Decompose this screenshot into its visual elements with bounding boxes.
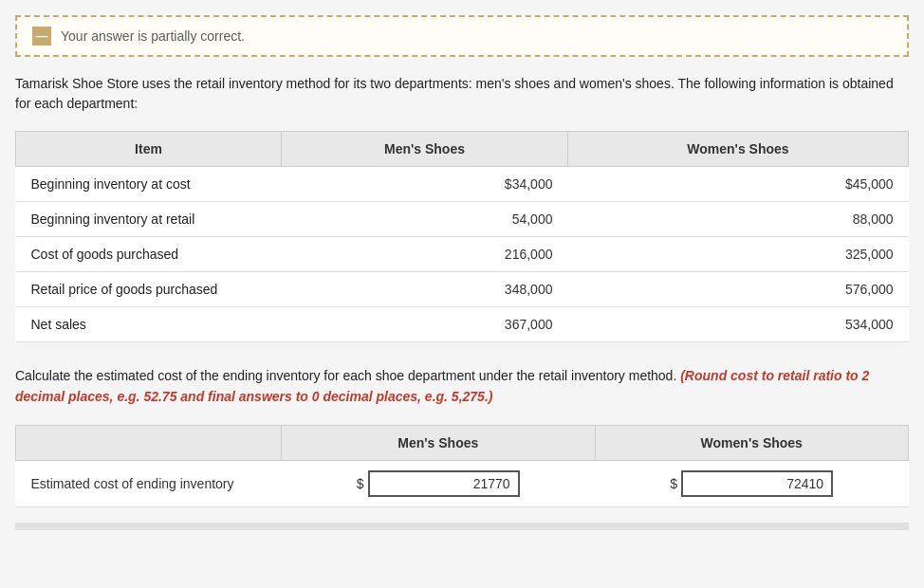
womens-input-group: $ xyxy=(670,470,833,497)
alert-message: Your answer is partially correct. xyxy=(61,28,245,44)
col-header-womens: Women's Shoes xyxy=(567,132,908,167)
table-cell-item: Beginning inventory at retail xyxy=(16,202,282,237)
table-cell-mens: 348,000 xyxy=(282,272,568,307)
col-header-mens: Men's Shoes xyxy=(282,132,568,167)
mens-input-cell: $ xyxy=(282,460,596,506)
answer-col-womens: Women's Shoes xyxy=(595,425,909,460)
instruction-block: Calculate the estimated cost of the endi… xyxy=(15,365,909,408)
alert-icon: — xyxy=(32,27,51,46)
answer-row-label: Estimated cost of ending inventory xyxy=(16,460,282,506)
table-cell-item: Cost of goods purchased xyxy=(16,237,282,272)
bottom-bar xyxy=(15,523,909,530)
alert-box: — Your answer is partially correct. xyxy=(15,15,909,57)
table-cell-item: Retail price of goods purchased xyxy=(16,272,282,307)
table-cell-womens: 325,000 xyxy=(567,237,908,272)
description-text: Tamarisk Shoe Store uses the retail inve… xyxy=(15,74,909,114)
answer-col-mens: Men's Shoes xyxy=(282,425,596,460)
table-cell-womens: 576,000 xyxy=(567,272,908,307)
womens-input-cell: $ xyxy=(595,460,909,506)
table-row: Net sales367,000534,000 xyxy=(16,307,909,342)
mens-input-group: $ xyxy=(357,470,520,497)
table-row: Beginning inventory at cost$34,000$45,00… xyxy=(16,167,909,202)
col-header-item: Item xyxy=(16,132,282,167)
table-row: Cost of goods purchased216,000325,000 xyxy=(16,237,909,272)
womens-answer-input[interactable] xyxy=(681,470,833,497)
table-cell-mens: 216,000 xyxy=(282,237,568,272)
table-cell-mens: $34,000 xyxy=(282,167,568,202)
table-cell-womens: 534,000 xyxy=(567,307,908,342)
table-cell-womens: $45,000 xyxy=(567,167,908,202)
table-cell-womens: 88,000 xyxy=(567,202,908,237)
data-table: Item Men's Shoes Women's Shoes Beginning… xyxy=(15,131,909,342)
table-cell-item: Beginning inventory at cost xyxy=(16,167,282,202)
womens-dollar-sign: $ xyxy=(670,476,677,491)
answer-col-label xyxy=(16,425,282,460)
table-row: Beginning inventory at retail54,00088,00… xyxy=(16,202,909,237)
table-cell-item: Net sales xyxy=(16,307,282,342)
mens-answer-input[interactable] xyxy=(368,470,520,497)
mens-dollar-sign: $ xyxy=(357,476,364,491)
table-cell-mens: 54,000 xyxy=(282,202,568,237)
table-row: Retail price of goods purchased348,00057… xyxy=(16,272,909,307)
answer-row: Estimated cost of ending inventory $ $ xyxy=(16,460,909,506)
table-cell-mens: 367,000 xyxy=(282,307,568,342)
answer-table: Men's Shoes Women's Shoes Estimated cost… xyxy=(15,425,909,507)
instruction-text: Calculate the estimated cost of the endi… xyxy=(15,368,676,383)
